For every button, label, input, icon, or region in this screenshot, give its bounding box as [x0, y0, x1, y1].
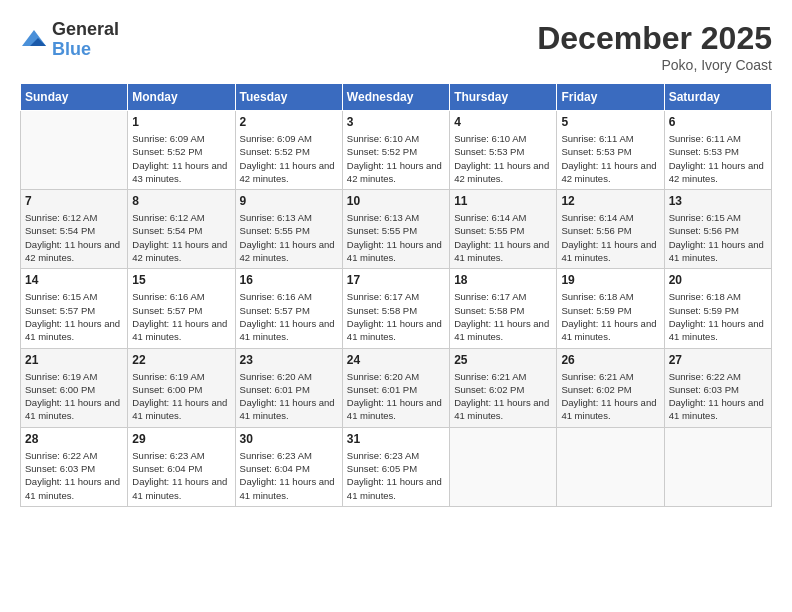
calendar-cell: 29Sunrise: 6:23 AMSunset: 6:04 PMDayligh… — [128, 427, 235, 506]
day-number: 1 — [132, 115, 230, 129]
day-info: Sunrise: 6:23 AMSunset: 6:04 PMDaylight:… — [132, 449, 230, 502]
day-number: 28 — [25, 432, 123, 446]
day-info: Sunrise: 6:23 AMSunset: 6:05 PMDaylight:… — [347, 449, 445, 502]
calendar-cell: 21Sunrise: 6:19 AMSunset: 6:00 PMDayligh… — [21, 348, 128, 427]
day-number: 4 — [454, 115, 552, 129]
day-number: 25 — [454, 353, 552, 367]
day-info: Sunrise: 6:14 AMSunset: 5:56 PMDaylight:… — [561, 211, 659, 264]
day-info: Sunrise: 6:13 AMSunset: 5:55 PMDaylight:… — [240, 211, 338, 264]
day-number: 21 — [25, 353, 123, 367]
calendar-cell: 25Sunrise: 6:21 AMSunset: 6:02 PMDayligh… — [450, 348, 557, 427]
day-number: 5 — [561, 115, 659, 129]
day-info: Sunrise: 6:17 AMSunset: 5:58 PMDaylight:… — [454, 290, 552, 343]
day-number: 26 — [561, 353, 659, 367]
day-info: Sunrise: 6:22 AMSunset: 6:03 PMDaylight:… — [25, 449, 123, 502]
logo: General Blue — [20, 20, 119, 60]
title-area: December 2025 Poko, Ivory Coast — [537, 20, 772, 73]
calendar-cell — [450, 427, 557, 506]
day-number: 31 — [347, 432, 445, 446]
calendar-cell: 2Sunrise: 6:09 AMSunset: 5:52 PMDaylight… — [235, 111, 342, 190]
day-number: 19 — [561, 273, 659, 287]
day-info: Sunrise: 6:10 AMSunset: 5:53 PMDaylight:… — [454, 132, 552, 185]
day-info: Sunrise: 6:18 AMSunset: 5:59 PMDaylight:… — [669, 290, 767, 343]
calendar-cell: 30Sunrise: 6:23 AMSunset: 6:04 PMDayligh… — [235, 427, 342, 506]
day-info: Sunrise: 6:23 AMSunset: 6:04 PMDaylight:… — [240, 449, 338, 502]
calendar-cell: 22Sunrise: 6:19 AMSunset: 6:00 PMDayligh… — [128, 348, 235, 427]
calendar-cell: 13Sunrise: 6:15 AMSunset: 5:56 PMDayligh… — [664, 190, 771, 269]
calendar-cell: 8Sunrise: 6:12 AMSunset: 5:54 PMDaylight… — [128, 190, 235, 269]
day-info: Sunrise: 6:13 AMSunset: 5:55 PMDaylight:… — [347, 211, 445, 264]
day-info: Sunrise: 6:20 AMSunset: 6:01 PMDaylight:… — [347, 370, 445, 423]
day-number: 29 — [132, 432, 230, 446]
logo-general: General — [52, 20, 119, 40]
calendar-cell: 5Sunrise: 6:11 AMSunset: 5:53 PMDaylight… — [557, 111, 664, 190]
day-info: Sunrise: 6:12 AMSunset: 5:54 PMDaylight:… — [25, 211, 123, 264]
day-number: 24 — [347, 353, 445, 367]
calendar-cell: 23Sunrise: 6:20 AMSunset: 6:01 PMDayligh… — [235, 348, 342, 427]
day-number: 3 — [347, 115, 445, 129]
calendar-cell: 1Sunrise: 6:09 AMSunset: 5:52 PMDaylight… — [128, 111, 235, 190]
calendar-cell: 31Sunrise: 6:23 AMSunset: 6:05 PMDayligh… — [342, 427, 449, 506]
day-number: 9 — [240, 194, 338, 208]
day-number: 14 — [25, 273, 123, 287]
calendar-cell — [557, 427, 664, 506]
day-info: Sunrise: 6:17 AMSunset: 5:58 PMDaylight:… — [347, 290, 445, 343]
calendar-cell: 12Sunrise: 6:14 AMSunset: 5:56 PMDayligh… — [557, 190, 664, 269]
day-number: 16 — [240, 273, 338, 287]
day-number: 20 — [669, 273, 767, 287]
logo-icon — [20, 26, 48, 54]
day-number: 6 — [669, 115, 767, 129]
month-title: December 2025 — [537, 20, 772, 57]
day-info: Sunrise: 6:19 AMSunset: 6:00 PMDaylight:… — [132, 370, 230, 423]
day-number: 17 — [347, 273, 445, 287]
calendar-cell — [664, 427, 771, 506]
day-number: 27 — [669, 353, 767, 367]
day-info: Sunrise: 6:10 AMSunset: 5:52 PMDaylight:… — [347, 132, 445, 185]
day-info: Sunrise: 6:15 AMSunset: 5:56 PMDaylight:… — [669, 211, 767, 264]
calendar-cell: 4Sunrise: 6:10 AMSunset: 5:53 PMDaylight… — [450, 111, 557, 190]
day-number: 22 — [132, 353, 230, 367]
calendar: SundayMondayTuesdayWednesdayThursdayFrid… — [20, 83, 772, 507]
calendar-cell: 10Sunrise: 6:13 AMSunset: 5:55 PMDayligh… — [342, 190, 449, 269]
weekday-header-monday: Monday — [128, 84, 235, 111]
day-number: 23 — [240, 353, 338, 367]
day-number: 10 — [347, 194, 445, 208]
calendar-cell: 14Sunrise: 6:15 AMSunset: 5:57 PMDayligh… — [21, 269, 128, 348]
calendar-cell: 16Sunrise: 6:16 AMSunset: 5:57 PMDayligh… — [235, 269, 342, 348]
calendar-cell: 15Sunrise: 6:16 AMSunset: 5:57 PMDayligh… — [128, 269, 235, 348]
location-title: Poko, Ivory Coast — [537, 57, 772, 73]
calendar-cell — [21, 111, 128, 190]
day-info: Sunrise: 6:16 AMSunset: 5:57 PMDaylight:… — [132, 290, 230, 343]
day-info: Sunrise: 6:19 AMSunset: 6:00 PMDaylight:… — [25, 370, 123, 423]
calendar-cell: 26Sunrise: 6:21 AMSunset: 6:02 PMDayligh… — [557, 348, 664, 427]
day-info: Sunrise: 6:12 AMSunset: 5:54 PMDaylight:… — [132, 211, 230, 264]
day-info: Sunrise: 6:11 AMSunset: 5:53 PMDaylight:… — [669, 132, 767, 185]
calendar-cell: 6Sunrise: 6:11 AMSunset: 5:53 PMDaylight… — [664, 111, 771, 190]
day-info: Sunrise: 6:16 AMSunset: 5:57 PMDaylight:… — [240, 290, 338, 343]
calendar-cell: 18Sunrise: 6:17 AMSunset: 5:58 PMDayligh… — [450, 269, 557, 348]
logo-blue: Blue — [52, 39, 91, 59]
day-number: 18 — [454, 273, 552, 287]
weekday-header-thursday: Thursday — [450, 84, 557, 111]
weekday-header-sunday: Sunday — [21, 84, 128, 111]
day-info: Sunrise: 6:21 AMSunset: 6:02 PMDaylight:… — [454, 370, 552, 423]
calendar-cell: 19Sunrise: 6:18 AMSunset: 5:59 PMDayligh… — [557, 269, 664, 348]
day-info: Sunrise: 6:09 AMSunset: 5:52 PMDaylight:… — [240, 132, 338, 185]
day-info: Sunrise: 6:20 AMSunset: 6:01 PMDaylight:… — [240, 370, 338, 423]
day-number: 11 — [454, 194, 552, 208]
calendar-cell: 28Sunrise: 6:22 AMSunset: 6:03 PMDayligh… — [21, 427, 128, 506]
day-info: Sunrise: 6:18 AMSunset: 5:59 PMDaylight:… — [561, 290, 659, 343]
day-number: 15 — [132, 273, 230, 287]
day-info: Sunrise: 6:21 AMSunset: 6:02 PMDaylight:… — [561, 370, 659, 423]
weekday-header-tuesday: Tuesday — [235, 84, 342, 111]
day-info: Sunrise: 6:09 AMSunset: 5:52 PMDaylight:… — [132, 132, 230, 185]
weekday-header-saturday: Saturday — [664, 84, 771, 111]
calendar-cell: 17Sunrise: 6:17 AMSunset: 5:58 PMDayligh… — [342, 269, 449, 348]
weekday-header-friday: Friday — [557, 84, 664, 111]
calendar-cell: 27Sunrise: 6:22 AMSunset: 6:03 PMDayligh… — [664, 348, 771, 427]
day-number: 2 — [240, 115, 338, 129]
calendar-cell: 7Sunrise: 6:12 AMSunset: 5:54 PMDaylight… — [21, 190, 128, 269]
calendar-cell: 20Sunrise: 6:18 AMSunset: 5:59 PMDayligh… — [664, 269, 771, 348]
day-info: Sunrise: 6:14 AMSunset: 5:55 PMDaylight:… — [454, 211, 552, 264]
day-number: 7 — [25, 194, 123, 208]
